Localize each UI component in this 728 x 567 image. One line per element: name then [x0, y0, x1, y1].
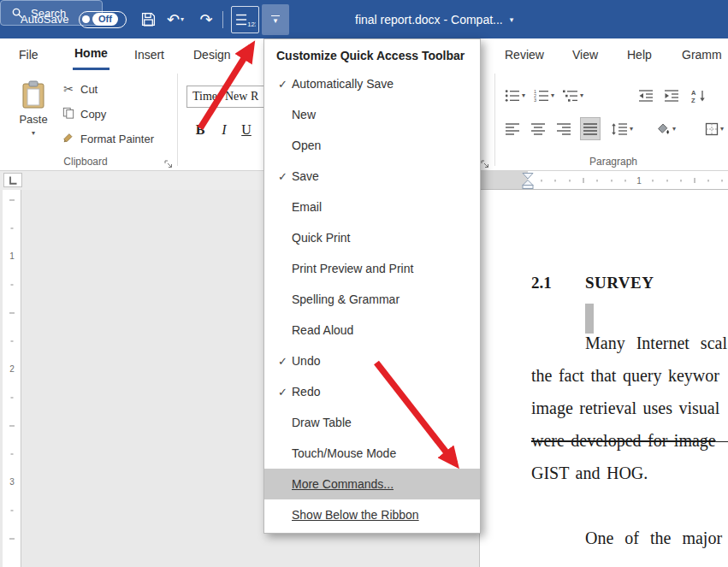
borders-button[interactable]: ▾ — [703, 117, 725, 140]
clipboard-group-label: Clipboard — [9, 156, 163, 168]
menu-item-touch-mouse-mode[interactable]: Touch/Mouse Mode — [264, 438, 480, 469]
autosave-label: AutoSave — [21, 0, 68, 38]
chevron-down-icon: ▾ — [580, 92, 583, 99]
underline-button[interactable]: U — [236, 119, 257, 140]
chevron-down-icon: ▾ — [522, 92, 525, 99]
save-button[interactable] — [137, 0, 159, 38]
tab-stop-L-icon — [7, 175, 19, 186]
menu-item-spelling-grammar[interactable]: Spelling & Grammar — [264, 284, 480, 315]
document-page[interactable]: 2.1 SURVEY Many Internet scal the fact t… — [479, 190, 728, 567]
font-dialog-launcher[interactable] — [481, 157, 491, 167]
undo-icon: ↶ — [167, 10, 180, 29]
bold-button[interactable]: B — [190, 119, 210, 140]
align-center-button[interactable] — [529, 117, 547, 140]
horizontal-ruler[interactable]: 1 — [481, 171, 728, 190]
floppy-icon — [141, 12, 156, 27]
menu-item-save[interactable]: ✓Save — [264, 161, 480, 192]
bullets-button[interactable]: ▾ — [503, 84, 527, 107]
italic-button[interactable]: I — [214, 119, 234, 140]
decrease-indent-icon — [638, 89, 654, 103]
clipboard-paste-icon — [21, 80, 45, 109]
heading-number: 2.1 — [531, 274, 552, 292]
menu-item-open[interactable]: Open — [264, 130, 480, 161]
paragraph-group-label: Paragraph — [500, 156, 726, 168]
tab-stop-selector[interactable] — [3, 173, 22, 187]
numbered-list-qat-button[interactable]: 123 — [231, 6, 259, 33]
chevron-down-icon: ▾ — [551, 92, 554, 99]
tab-insert[interactable]: Insert — [133, 38, 166, 70]
ruler-number: 3 — [9, 477, 15, 487]
chevron-down-icon: ▾ — [32, 129, 35, 137]
copy-icon — [62, 107, 75, 121]
autosave-toggle[interactable]: Off — [79, 0, 127, 38]
menu-item-automatically-save[interactable]: ✓Automatically Save — [264, 68, 480, 99]
numbered-list-icon: 123 — [534, 89, 549, 103]
document-line: image retrieval uses visual — [531, 399, 719, 418]
decrease-indent-button[interactable] — [636, 84, 655, 107]
customize-qat-dropdown-button[interactable]: ▾ — [262, 4, 289, 35]
shading-button[interactable]: ▾ — [654, 117, 678, 140]
menu-item-quick-print[interactable]: Quick Print — [264, 222, 480, 253]
checkmark-icon: ✓ — [264, 78, 290, 91]
vertical-ruler[interactable]: 1 2 3 — [0, 190, 24, 567]
paint-bucket-icon — [655, 122, 671, 136]
sort-az-icon: AZ — [691, 89, 707, 103]
format-painter-button[interactable]: Format Painter — [62, 128, 154, 149]
tab-home[interactable]: Home — [73, 38, 109, 70]
dialog-launcher-icon — [164, 160, 173, 168]
menu-item-show-below-ribbon[interactable]: Show Below the Ribbon — [264, 499, 480, 530]
line-spacing-button[interactable]: ▾ — [609, 117, 635, 140]
menu-item-new[interactable]: New — [264, 99, 480, 130]
redo-icon: ↷ — [199, 10, 212, 29]
line-spacing-icon — [611, 122, 628, 136]
increase-indent-button[interactable] — [662, 84, 681, 107]
menu-item-more-commands[interactable]: More Commands... — [264, 469, 480, 499]
tab-grammarly[interactable]: Gramm — [680, 38, 724, 70]
borders-grid-icon — [705, 122, 719, 136]
redo-button[interactable]: ↷ — [195, 0, 217, 38]
customize-qat-menu: Customize Quick Access Toolbar ✓Automati… — [263, 38, 481, 534]
ruler-number: 1 — [636, 176, 642, 186]
sort-button[interactable]: AZ — [690, 84, 708, 107]
copy-button[interactable]: Copy — [62, 103, 106, 124]
document-title[interactable]: final report.docx - Compat... ▾ — [355, 0, 513, 38]
numbering-button[interactable]: 123 ▾ — [532, 84, 556, 107]
document-line: Many Internet scal — [585, 334, 727, 353]
justify-button[interactable] — [580, 117, 601, 140]
menu-item-read-aloud[interactable]: Read Aloud — [264, 315, 480, 346]
menu-item-email[interactable]: Email — [264, 192, 480, 222]
undo-button[interactable]: ↶▾ — [163, 0, 188, 38]
document-line: One of the major — [585, 529, 722, 548]
tab-file[interactable]: File — [17, 38, 40, 70]
multilevel-list-button[interactable]: ▾ — [561, 84, 585, 107]
tab-view[interactable]: View — [571, 38, 600, 70]
document-line: the fact that query keywor — [531, 366, 719, 386]
ruler-number: 2 — [9, 364, 15, 374]
justify-icon — [583, 122, 598, 136]
align-right-icon — [556, 122, 571, 136]
cut-button[interactable]: ✂ Cut — [62, 79, 98, 99]
align-left-button[interactable] — [503, 117, 522, 140]
menu-item-undo[interactable]: ✓Undo — [264, 346, 480, 376]
clipboard-dialog-launcher[interactable] — [164, 157, 175, 167]
tab-help[interactable]: Help — [625, 38, 654, 70]
menu-item-redo[interactable]: ✓Redo — [264, 376, 480, 407]
increase-indent-icon — [664, 89, 679, 103]
align-right-button[interactable] — [554, 117, 573, 140]
checkmark-icon: ✓ — [264, 386, 290, 399]
checkmark-icon: ✓ — [264, 170, 290, 183]
menu-title: Customize Quick Access Toolbar — [264, 39, 480, 68]
tab-review[interactable]: Review — [503, 38, 546, 70]
paste-button[interactable]: Paste ▾ — [12, 75, 55, 154]
menu-item-draw-table[interactable]: Draw Table — [264, 407, 480, 438]
titlebar-separator — [222, 11, 223, 28]
toggle-knob-icon — [82, 15, 90, 23]
svg-text:3: 3 — [534, 97, 536, 103]
chevron-down-icon: ▾ — [720, 125, 724, 133]
chevron-down-icon: ▾ — [274, 17, 278, 24]
chevron-down-icon: ▾ — [672, 125, 676, 133]
menu-item-print-preview[interactable]: Print Preview and Print — [264, 253, 480, 284]
tab-design[interactable]: Design — [192, 38, 233, 70]
bullet-list-icon — [505, 89, 520, 103]
chevron-down-icon: ▾ — [181, 15, 184, 23]
